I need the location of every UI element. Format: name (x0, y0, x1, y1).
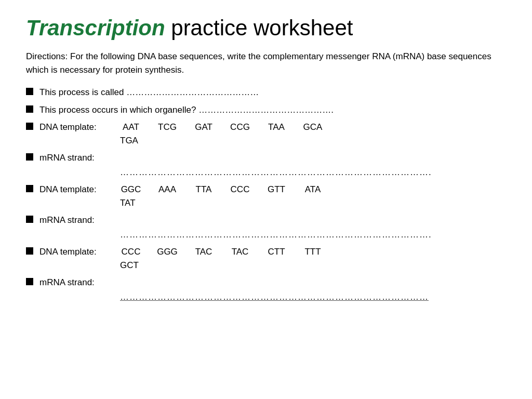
list-item-dna1: DNA template: AAT TCG GAT CCG TAA GCA TG… (26, 121, 506, 147)
bullet-icon-8 (26, 278, 33, 285)
mrna1-dots: ………………………………………………………………………………………. (120, 166, 506, 179)
dna1-label: DNA template: (39, 121, 120, 134)
mrna3-dots: ……………………………………………………………………………………… (120, 290, 506, 304)
list-item-mrna3: mRNA strand: ………………………………………………………………………… (26, 276, 506, 303)
bullet-icon-1 (26, 88, 33, 95)
page-title: Transcription practice worksheet (26, 16, 506, 41)
list-item-process1: This process is called ……………………………………… (26, 86, 506, 99)
dna1-codon-6: GCA (302, 121, 324, 134)
mrna3-content: mRNA strand: ………………………………………………………………………… (39, 276, 506, 303)
dna3-row: DNA template: CCC GGG TAC TAC CTT TTT (39, 245, 506, 259)
directions-text: Directions: For the following DNA base s… (26, 50, 494, 76)
bullet-icon-3 (26, 123, 33, 130)
list-item-mrna1: mRNA strand: ………………………………………………………………………… (26, 151, 506, 179)
bullet-icon-4 (26, 153, 33, 161)
dna3-codon-5: CTT (265, 245, 287, 259)
dna2-label: DNA template: (39, 183, 120, 196)
title-regular: practice worksheet (165, 16, 353, 40)
bullet-icon-7 (26, 247, 33, 255)
mrna3-label: mRNA strand: (39, 276, 506, 289)
dna1-continuation: TGA (120, 134, 506, 148)
process2-text: This process occurs in which organelle? … (39, 103, 506, 117)
dna2-codons: GGC AAA TTA CCC GTT ATA (120, 183, 324, 196)
dna1-codon-1: AAT (120, 121, 142, 134)
dna3-codon-3: TAC (193, 245, 215, 259)
dna2-codon-5: GTT (265, 183, 287, 196)
dna2-row: DNA template: GGC AAA TTA CCC GTT ATA (39, 183, 506, 196)
dna3-codon-4: TAC (229, 245, 251, 259)
bullet-icon-2 (26, 105, 33, 113)
dna1-row: DNA template: AAT TCG GAT CCG TAA GCA (39, 121, 506, 134)
dna3-label: DNA template: (39, 245, 120, 259)
list-item-process2: This process occurs in which organelle? … (26, 103, 506, 117)
dna1-codon-3: GAT (193, 121, 215, 134)
dna2-codon-3: TTA (193, 183, 215, 196)
title-italic: Transcription (26, 16, 165, 40)
dna1-content: DNA template: AAT TCG GAT CCG TAA GCA TG… (39, 121, 506, 147)
mrna2-label: mRNA strand: (39, 214, 506, 227)
bullet-icon-5 (26, 185, 33, 192)
dna2-codon-2: AAA (156, 183, 178, 196)
dna3-content: DNA template: CCC GGG TAC TAC CTT TTT GC… (39, 245, 506, 272)
mrna1-content: mRNA strand: ………………………………………………………………………… (39, 151, 506, 179)
list-item-dna3: DNA template: CCC GGG TAC TAC CTT TTT GC… (26, 245, 506, 272)
process1-text: This process is called ……………………………………… (39, 86, 506, 99)
bullet-list: This process is called ……………………………………… T… (26, 86, 506, 303)
dna2-codon-6: ATA (302, 183, 324, 196)
mrna2-dots: ………………………………………………………………………………………. (120, 228, 506, 242)
dna1-codon-4: CCG (229, 121, 251, 134)
dna3-codon-6: TTT (302, 245, 324, 259)
dna1-codon-5: TAA (265, 121, 287, 134)
dna3-continuation: GCT (120, 259, 506, 272)
dna2-continuation: TAT (120, 196, 506, 210)
mrna2-content: mRNA strand: ………………………………………………………………………… (39, 214, 506, 241)
dna3-codon-1: CCC (120, 245, 142, 259)
dna2-codon-4: CCC (229, 183, 251, 196)
dna1-codons: AAT TCG GAT CCG TAA GCA (120, 121, 324, 134)
dna3-codons: CCC GGG TAC TAC CTT TTT (120, 245, 324, 259)
bullet-icon-6 (26, 216, 33, 223)
dna3-codon-2: GGG (156, 245, 178, 259)
mrna1-label: mRNA strand: (39, 151, 506, 165)
dna2-content: DNA template: GGC AAA TTA CCC GTT ATA TA… (39, 183, 506, 209)
dna2-codon-1: GGC (120, 183, 142, 196)
list-item-mrna2: mRNA strand: ………………………………………………………………………… (26, 214, 506, 241)
dna1-codon-2: TCG (156, 121, 178, 134)
list-item-dna2: DNA template: GGC AAA TTA CCC GTT ATA TA… (26, 183, 506, 209)
